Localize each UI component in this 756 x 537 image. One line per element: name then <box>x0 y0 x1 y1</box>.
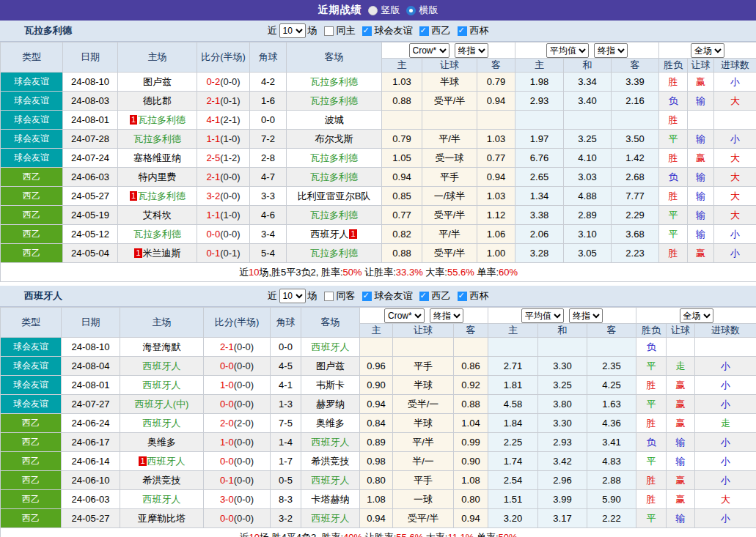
ah-home-odds-cell: 0.77 <box>382 206 422 225</box>
fulltime-score: 4-1 <box>206 114 220 125</box>
radio-label: 竖版 <box>381 4 400 17</box>
ah-away-odds-cell: 1.06 <box>477 225 515 244</box>
result-cell: 平 <box>636 452 667 471</box>
away-team-cell: 西班牙人 <box>301 338 360 357</box>
same-venue-checkbox[interactable] <box>324 26 334 36</box>
handicap-final-select[interactable]: 终指 <box>430 308 463 323</box>
corner-cell: 4-5 <box>271 357 301 376</box>
handicap-source-select[interactable]: Crow* <box>409 43 449 58</box>
ah-line-cell <box>422 111 477 130</box>
scope-select[interactable]: 全场 <box>680 308 713 323</box>
ah-line-cell: 受半/一 <box>393 395 454 414</box>
fulltime-score: 2-1 <box>206 171 220 182</box>
team-name-text: 赫罗纳 <box>316 399 345 410</box>
ah-away-odds-cell <box>477 111 515 130</box>
home-team-cell: 特内里费 <box>118 168 197 187</box>
summary-value: 55.6% <box>447 267 474 278</box>
home-team-cell: 1米兰迪斯 <box>118 244 197 263</box>
eu-draw-odds-cell: 3.17 <box>538 509 587 528</box>
sub-result: 胜负 <box>659 59 688 73</box>
match-row: 西乙24-06-03特内里费2-1(0-0)4-7瓦拉多利德0.94平手0.94… <box>1 168 756 187</box>
col-date: 日期 <box>62 308 120 338</box>
home-team-cell: 西班牙人 <box>120 490 204 509</box>
ah-away-odds-cell: 0.77 <box>477 149 515 168</box>
europe-group-header: 平均值 终指 <box>488 308 636 324</box>
layout-radio-vertical[interactable]: 竖版 <box>368 4 400 17</box>
europe-final-select[interactable]: 终指 <box>569 308 603 323</box>
ah-home-odds-cell: 0.90 <box>360 376 393 395</box>
summary-label: 近 <box>239 267 249 278</box>
cup-checkbox[interactable] <box>458 292 467 301</box>
col-corner: 角球 <box>271 308 301 338</box>
corner-cell: 3-3 <box>250 187 287 206</box>
match-row: 球会友谊24-08-011瓦拉多利德4-1(2-1)0-0波城胜 <box>1 111 756 130</box>
eu-away-odds-cell: 3.50 <box>612 130 659 149</box>
ah-away-odds-cell: 0.99 <box>454 433 488 452</box>
col-home: 主场 <box>120 308 204 338</box>
cup-label: 西杯 <box>470 24 489 37</box>
home-team-cell: 1瓦拉多利德 <box>118 111 197 130</box>
team-name-text: 西班牙人 <box>143 379 181 390</box>
date-cell: 24-08-10 <box>63 73 118 92</box>
friendly-checkbox[interactable] <box>362 26 372 36</box>
home-team-cell: 海登海默 <box>120 338 204 357</box>
away-team-cell: 布尔戈斯 <box>287 130 382 149</box>
handicap-source-select[interactable]: Crow* <box>384 308 425 323</box>
handicap-result-cell: 走 <box>667 357 695 376</box>
summary-label: 让胜率: <box>362 267 396 278</box>
friendly-label: 球会友谊 <box>375 24 413 37</box>
score-cell: 2-1(0-1) <box>197 92 250 111</box>
cup-checkbox[interactable] <box>458 26 467 36</box>
radio-selected-icon[interactable] <box>406 6 416 15</box>
ah-home-odds-cell <box>360 338 393 357</box>
summary-value: 10 <box>249 267 259 278</box>
same-venue-label: 同客 <box>337 289 356 303</box>
ah-home-odds-cell: 1.05 <box>382 149 422 168</box>
section-head-team2: 西班牙人 近 10 场 同客 球会友谊 西乙 西杯 <box>0 286 756 307</box>
halftime-score: (0-0) <box>234 399 254 410</box>
handicap-final-select[interactable]: 终指 <box>455 43 488 58</box>
summary-text: 近10场,胜5平3负2, 胜率:50% 让胜率:33.3% 大率:55.6% 单… <box>1 263 756 282</box>
team-name-text: 亚摩勒比塔 <box>138 513 186 524</box>
radio-icon[interactable] <box>368 6 378 15</box>
sub-handicap-result: 让球 <box>688 59 714 73</box>
eu-home-odds-cell: 2.71 <box>488 357 538 376</box>
ah-away-odds-cell: 1.12 <box>477 206 515 225</box>
team-title: 瓦拉多利德 <box>24 24 72 37</box>
eu-home-odds-cell: 3.20 <box>488 509 538 528</box>
ah-line-cell: 半球 <box>393 376 454 395</box>
goals-result-cell: 小 <box>695 357 756 376</box>
eu-home-odds-cell: 1.34 <box>515 187 564 206</box>
eu-home-odds-cell <box>488 338 538 357</box>
away-team-cell: 卡塔赫纳 <box>301 490 360 509</box>
europe-final-select[interactable]: 终指 <box>594 43 628 58</box>
corner-cell: 0-0 <box>271 338 301 357</box>
fulltime-score: 1-1 <box>206 210 220 221</box>
sub-eu-away: 客 <box>612 59 659 73</box>
scope-select[interactable]: 全场 <box>691 43 724 58</box>
segunda-checkbox[interactable] <box>419 26 429 36</box>
away-team-cell: 瓦拉多利德 <box>287 244 382 263</box>
result-cell: 平 <box>636 395 667 414</box>
ah-home-odds-cell: 0.85 <box>382 187 422 206</box>
red-1-badge: 1 <box>130 115 137 125</box>
segunda-checkbox[interactable] <box>419 292 429 301</box>
europe-source-select[interactable]: 平均值 <box>546 43 589 58</box>
near-count-select[interactable]: 10 <box>279 289 306 303</box>
result-cell: 胜 <box>659 149 688 168</box>
result-cell: 胜 <box>636 376 667 395</box>
near-count-select[interactable]: 10 <box>279 23 306 38</box>
summary-label: 场,胜4平4负2, 胜率: <box>260 532 343 537</box>
layout-radio-horizontal[interactable]: 横版 <box>406 4 438 17</box>
team-name-text: 瓦拉多利德 <box>310 210 358 221</box>
sub-handicap-result: 让球 <box>667 324 695 338</box>
europe-source-select[interactable]: 平均值 <box>521 308 564 323</box>
match-row: 球会友谊24-07-24塞格维亚纳2-5(1-2)2-8瓦拉多利德1.05受一球… <box>1 149 756 168</box>
result-cell: 平 <box>636 509 667 528</box>
ah-home-odds-cell: 0.89 <box>360 433 393 452</box>
same-venue-checkbox[interactable] <box>324 292 334 301</box>
ah-line-cell: 半/一 <box>393 452 454 471</box>
friendly-checkbox[interactable] <box>362 292 372 301</box>
handicap-result-cell: 输 <box>688 206 714 225</box>
away-team-cell: 瓦拉多利德 <box>287 92 382 111</box>
